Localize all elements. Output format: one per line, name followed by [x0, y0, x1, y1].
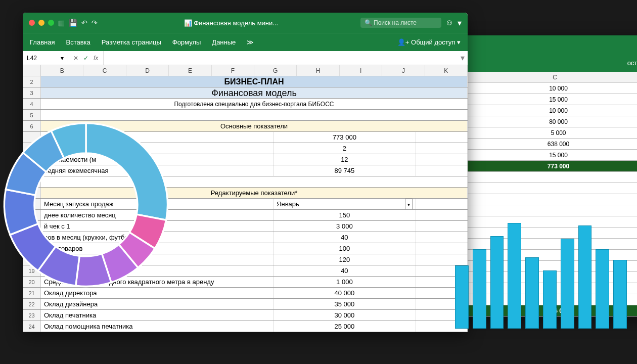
smiley-icon[interactable]: ☺ [445, 18, 453, 27]
search-input[interactable]: 🔍 Поиск на листе [360, 18, 441, 28]
cell-value[interactable]: 1 000 [274, 277, 416, 287]
formula-bar: L42▾ ✕ ✓ fx ▾ [23, 51, 468, 65]
chevron-down-icon[interactable]: ▾ [61, 55, 64, 62]
name-box[interactable]: L42▾ [23, 55, 68, 62]
cell-label[interactable]: Оклад дизайнера [41, 299, 274, 309]
tab-home[interactable]: Главная [30, 38, 55, 46]
expand-icon[interactable]: ▾ [458, 53, 468, 63]
cell-value[interactable]: Январь▾ [274, 199, 416, 209]
cell[interactable]: Финансовая модель [41, 87, 468, 98]
fx-label[interactable]: fx [94, 55, 98, 62]
undo-icon[interactable]: ↶ [81, 19, 87, 27]
save-icon[interactable]: 💾 [69, 19, 77, 27]
bar-chart [455, 212, 627, 329]
tab-data[interactable]: Данные [212, 38, 236, 46]
cell-value[interactable]: 30 000 [274, 310, 416, 321]
cell-value[interactable]: 773 000 [274, 132, 416, 143]
col-header[interactable]: B [41, 65, 83, 76]
redo-icon[interactable]: ↷ [92, 19, 98, 27]
cell-value[interactable]: 120 [274, 254, 416, 265]
cell-value[interactable]: 100 [274, 243, 416, 254]
col-header[interactable]: F [212, 65, 254, 76]
cell-value[interactable]: 12 [274, 154, 416, 165]
ribbon: Главная Вставка Разметка страницы Формул… [23, 33, 468, 51]
cell-label[interactable]: Оклад помощника печатника [41, 321, 274, 332]
cell-value[interactable]: 40 [274, 232, 416, 243]
select-all-corner[interactable] [23, 65, 41, 76]
row-header[interactable]: 2 [23, 76, 41, 87]
col-header[interactable]: E [169, 65, 211, 76]
col-header[interactable]: D [126, 65, 169, 76]
row-header[interactable]: 3 [23, 87, 41, 98]
cell-value[interactable]: 150 [274, 210, 416, 220]
cell[interactable]: Подготовлена специально для бизнес-порта… [41, 99, 468, 109]
cell-value[interactable]: 35 000 [274, 299, 416, 309]
excel-icon: 📊 [184, 19, 192, 27]
minimize-icon[interactable] [38, 20, 44, 26]
row-header[interactable]: 4 [23, 99, 41, 109]
tab-more[interactable]: ≫ [247, 38, 254, 46]
cell-value[interactable]: 25 000 [274, 321, 416, 332]
col-header[interactable]: C [458, 72, 637, 82]
doc-title: 📊 Финансовая модель мини... [106, 19, 356, 27]
cell-value[interactable]: 2 [274, 143, 416, 154]
row-header[interactable]: 23 [23, 310, 41, 321]
col-header[interactable]: K [425, 65, 468, 76]
col-header[interactable]: H [297, 65, 339, 76]
row-header[interactable]: 22 [23, 299, 41, 309]
cell-value[interactable]: 40 000 [274, 288, 416, 298]
col-header[interactable]: I [340, 65, 382, 76]
tab-insert[interactable]: Вставка [66, 38, 90, 46]
donut-chart [0, 119, 172, 291]
column-headers: B C D E F G H I J K [23, 65, 468, 76]
tab-formulas[interactable]: Формулы [172, 38, 201, 46]
cell-value[interactable]: 40 [274, 265, 416, 276]
cancel-icon[interactable]: ✕ [73, 55, 78, 62]
share-stub[interactable]: оступ [627, 59, 637, 67]
col-header[interactable]: J [382, 65, 425, 76]
tab-layout[interactable]: Разметка страницы [102, 38, 161, 46]
row-header[interactable]: 24 [23, 321, 41, 332]
col-header[interactable]: C [83, 65, 126, 76]
formula-input[interactable] [103, 51, 458, 65]
cell-label[interactable]: Оклад печатника [41, 310, 274, 321]
titlebar: ▦ 💾 ↶ ↷ 📊 Финансовая модель мини... 🔍 По… [23, 13, 468, 33]
cell-value[interactable]: 89 745 [274, 165, 416, 176]
layout-icon[interactable]: ▦ [58, 19, 65, 27]
share-button[interactable]: 👤+ Общий доступ ▾ [397, 38, 461, 46]
close-icon[interactable] [29, 20, 35, 26]
confirm-icon[interactable]: ✓ [83, 55, 88, 62]
maximize-icon[interactable] [48, 20, 54, 26]
cell-value[interactable]: 3 000 [274, 221, 416, 232]
cell[interactable]: БИЗНЕС-ПЛАН [41, 76, 468, 87]
col-header[interactable]: G [254, 65, 297, 76]
